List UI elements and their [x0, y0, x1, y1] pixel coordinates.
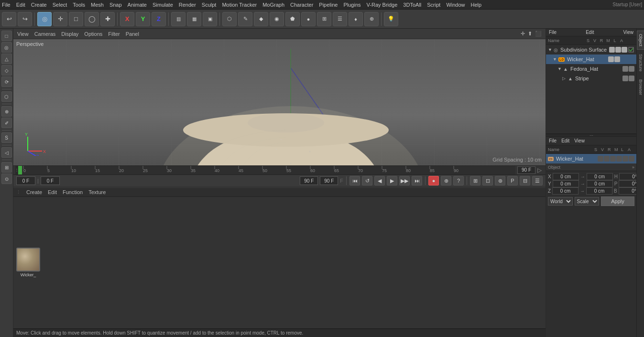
pen-tool-button[interactable]: ✎ — [238, 12, 252, 26]
menu-mograph[interactable]: MoGraph — [262, 2, 284, 8]
obj-header-view[interactable]: View — [623, 30, 633, 35]
redo-button[interactable]: ↪ — [18, 12, 32, 26]
obj-expand-subdivision[interactable]: ▼ — [548, 47, 553, 52]
menu-3dtoall[interactable]: 3DToAll — [403, 2, 421, 8]
menu-help[interactable]: Help — [471, 2, 482, 8]
workspace-button[interactable]: ◁ — [1, 147, 12, 158]
attr-edit[interactable]: Edit — [561, 138, 569, 143]
obj-header-file[interactable]: File — [549, 30, 557, 35]
menu-animate[interactable]: Animate — [128, 2, 147, 8]
menu-snap[interactable]: Snap — [109, 2, 122, 8]
timeline-mode-2[interactable]: ⊡ — [482, 176, 493, 185]
mat-menu-function[interactable]: Function — [63, 189, 83, 195]
material-item-wicker[interactable]: Wicker_ — [16, 248, 40, 277]
coord-z2-input[interactable] — [586, 187, 612, 195]
menu-create[interactable]: Create — [31, 2, 47, 8]
menu-character[interactable]: Character — [290, 2, 313, 8]
z-axis-button[interactable]: Z — [152, 12, 166, 26]
right-tab-structure[interactable]: Structure — [637, 51, 644, 75]
scale-tool-button[interactable]: □ — [69, 12, 83, 26]
menu-mesh[interactable]: Mesh — [91, 2, 104, 8]
obj-check-1[interactable] — [628, 47, 634, 53]
obj-row-subdivision[interactable]: ▼ ◎ Subdivision Surface — [546, 45, 636, 54]
timeline-mode-p[interactable]: P — [507, 176, 518, 185]
menu-script[interactable]: Script — [427, 2, 440, 8]
timeline-expand-icon[interactable]: ▷ — [537, 167, 542, 174]
play-reverse-button[interactable]: ◀ — [374, 176, 385, 185]
world-dropdown[interactable]: World — [548, 197, 573, 206]
mat-menu-create[interactable]: Create — [26, 189, 42, 195]
render-region-button[interactable]: ▥ — [171, 12, 186, 26]
menu-tools[interactable]: Tools — [73, 2, 85, 8]
scale-dropdown[interactable]: Scale — [575, 197, 600, 206]
timeline-mode-4[interactable]: ⊟ — [520, 176, 530, 185]
render-active-button[interactable]: ▦ — [187, 12, 201, 26]
edge-mode-button[interactable]: △ — [1, 54, 12, 64]
right-tab-toggle[interactable]: » — [632, 165, 634, 170]
obj-check-wh[interactable] — [628, 56, 634, 62]
coord-y2-input[interactable] — [587, 180, 613, 187]
record-button[interactable]: ● — [428, 176, 439, 185]
vp-menu-cameras[interactable]: Cameras — [34, 31, 56, 37]
attr-file[interactable]: File — [549, 138, 557, 143]
vp-menu-display[interactable]: Display — [61, 31, 78, 37]
tweak-mode-button[interactable]: ⬡ — [1, 91, 12, 102]
play-button[interactable]: ▶ — [387, 176, 397, 185]
help-button[interactable]: ? — [453, 176, 464, 185]
floor-tool-button[interactable]: ☰ — [333, 12, 347, 26]
uv-mode-button[interactable]: ⟳ — [1, 76, 12, 87]
end-frame-input-2[interactable] — [320, 176, 338, 185]
cube-tool-button[interactable]: ⬡ — [222, 12, 237, 26]
spline-tool-button[interactable]: ◆ — [254, 12, 268, 26]
play-fast-button[interactable]: ▶▶ — [399, 176, 410, 185]
move-tool-button[interactable]: ✛ — [53, 12, 67, 26]
menu-pipeline[interactable]: Pipeline — [319, 2, 338, 8]
viewport-3d[interactable]: Perspective Grid Spacing : 10 cm X Y Z — [13, 39, 546, 165]
goto-start-button[interactable]: ⏮ — [349, 176, 360, 185]
sketch-tool-button[interactable]: ⊕ — [364, 12, 379, 26]
polygon-mode-button[interactable]: ◇ — [1, 65, 12, 76]
vp-menu-panel[interactable]: Panel — [126, 31, 139, 37]
menu-sculpt[interactable]: Sculpt — [202, 2, 217, 8]
mat-menu-edit[interactable]: Edit — [48, 189, 57, 195]
timeline-start-marker[interactable] — [18, 166, 22, 174]
vp-menu-filter[interactable]: Filter — [108, 31, 120, 37]
scene-tool-button[interactable]: ♦ — [349, 12, 363, 26]
timeline-mode-1[interactable]: ⊞ — [470, 176, 480, 185]
attr-wicker-row[interactable]: ▭ Wicker_Hat — [546, 154, 636, 163]
menu-vraybridge[interactable]: V-Ray Bridge — [367, 2, 398, 8]
snap-button[interactable]: ⊙ — [1, 174, 12, 184]
coord-h-input[interactable] — [619, 173, 638, 180]
rotate-tool-button[interactable]: ◯ — [85, 12, 99, 26]
select-tool-button[interactable]: ◎ — [37, 12, 52, 26]
prev-frame-button[interactable]: ↺ — [362, 176, 372, 185]
obj-expand-stripe[interactable]: ▷ — [562, 76, 567, 81]
menu-select[interactable]: Select — [53, 2, 67, 8]
start-frame-input[interactable] — [41, 176, 60, 185]
nurbs-tool-button[interactable]: ◉ — [270, 12, 284, 26]
current-frame-input[interactable] — [16, 176, 35, 185]
timeline-ruler[interactable]: 0 5 10 15 20 25 30 35 40 45 50 55 60 65 … — [22, 165, 515, 175]
mat-menu-texture[interactable]: Texture — [88, 189, 106, 195]
right-tab-browser[interactable]: Browser — [637, 76, 644, 98]
texture-mode-button[interactable]: ⊕ — [1, 106, 12, 117]
menu-motiontracker[interactable]: Motion Tracker — [222, 2, 257, 8]
menu-simulate[interactable]: Simulate — [153, 2, 173, 8]
deform-tool-button[interactable]: ⬟ — [285, 12, 300, 26]
render-full-button[interactable]: ▣ — [203, 12, 217, 26]
camera-tool-button[interactable]: ⊞ — [317, 12, 331, 26]
menu-file[interactable]: File — [2, 2, 11, 8]
grid-button[interactable]: ⊞ — [1, 162, 12, 173]
timeline-mode-3[interactable]: ⊛ — [495, 176, 505, 185]
point-mode-button[interactable]: ◎ — [1, 42, 12, 53]
coord-p-input[interactable] — [619, 180, 638, 187]
auto-key-button[interactable]: ⊕ — [441, 176, 451, 185]
model-mode-button[interactable]: □ — [1, 31, 12, 41]
coord-z-input[interactable] — [552, 187, 579, 195]
timeline-mode-5[interactable]: ☰ — [532, 176, 543, 185]
obj-row-stripe[interactable]: ▷ ▲ Stripe — [546, 74, 636, 83]
obj-expand-wickerhat[interactable]: ▼ — [553, 57, 557, 62]
menu-window[interactable]: Window — [446, 2, 465, 8]
display-mode-button[interactable]: 💡 — [384, 12, 398, 26]
coord-y-input[interactable] — [553, 180, 579, 187]
